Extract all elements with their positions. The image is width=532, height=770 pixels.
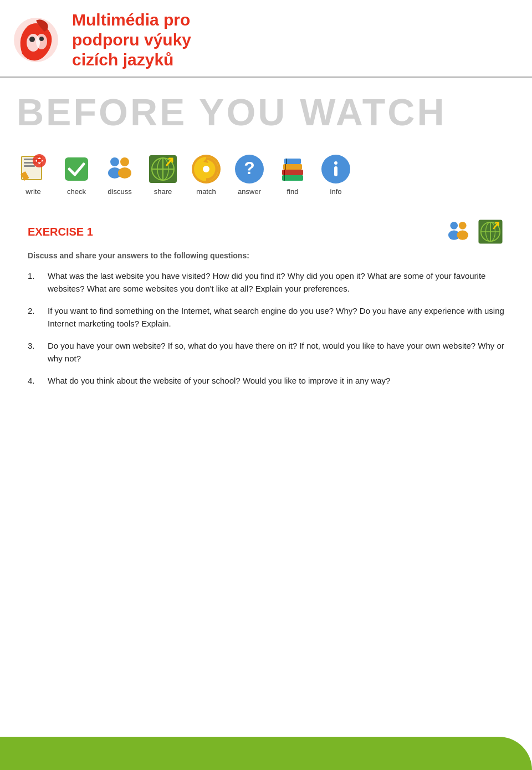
question-text-4: What do you think about the website of y… bbox=[48, 375, 504, 387]
find-icon bbox=[277, 153, 309, 185]
icon-row: write check discuss bbox=[0, 147, 532, 212]
find-label: find bbox=[287, 187, 299, 196]
svg-point-2 bbox=[36, 34, 47, 49]
exercise-subtitle: Discuss and share your answers to the fo… bbox=[28, 251, 504, 260]
question-number-4: 4. bbox=[28, 375, 48, 387]
exercise-title: EXERCISE 1 bbox=[28, 226, 93, 238]
icon-item-write: write bbox=[17, 153, 50, 196]
svg-point-12 bbox=[110, 157, 119, 166]
share-label: share bbox=[154, 187, 172, 196]
svg-rect-8 bbox=[24, 165, 35, 167]
exercise-header: EXERCISE 1 bbox=[28, 218, 504, 246]
exercise-header-icons bbox=[444, 218, 504, 246]
discuss-label: discuss bbox=[108, 187, 131, 196]
svg-point-35 bbox=[334, 161, 337, 165]
write-icon bbox=[17, 153, 49, 185]
check-icon bbox=[60, 153, 93, 185]
svg-rect-27 bbox=[283, 164, 302, 170]
info-label: info bbox=[330, 187, 342, 196]
match-icon bbox=[190, 153, 222, 185]
answer-label: answer bbox=[238, 187, 261, 196]
write-label: write bbox=[25, 187, 40, 196]
icon-item-match: match bbox=[190, 153, 223, 196]
share-icon bbox=[147, 153, 179, 185]
svg-point-23 bbox=[203, 166, 209, 172]
logo-icon bbox=[11, 15, 61, 65]
page-title: BEFORE YOU WATCH bbox=[0, 83, 532, 147]
exercise-section: EXERCISE 1 Discuss and share your answer… bbox=[0, 212, 532, 409]
info-icon bbox=[320, 153, 352, 185]
exercise-discuss-icon bbox=[444, 218, 472, 246]
check-label: check bbox=[67, 187, 86, 196]
question-list: 1. What was the last website you have vi… bbox=[28, 270, 504, 387]
svg-rect-29 bbox=[282, 175, 303, 181]
question-text-1: What was the last website you have visit… bbox=[48, 270, 504, 295]
question-text-2: If you want to find something on the Int… bbox=[48, 305, 504, 330]
icon-item-check: check bbox=[60, 153, 93, 196]
svg-point-40 bbox=[457, 230, 468, 239]
question-number-3: 3. bbox=[28, 340, 48, 365]
svg-point-37 bbox=[450, 222, 458, 230]
exercise-share-icon bbox=[477, 218, 504, 246]
footer-bar bbox=[0, 737, 532, 770]
question-number-2: 2. bbox=[28, 305, 48, 330]
list-item: 4. What do you think about the website o… bbox=[28, 375, 504, 387]
header: Multimédia pro podporu výuky cizích jazy… bbox=[0, 0, 532, 77]
match-label: match bbox=[196, 187, 216, 196]
icon-item-discuss: discuss bbox=[103, 153, 136, 196]
question-text-3: Do you have your own website? If so, wha… bbox=[48, 340, 504, 365]
icon-item-share: share bbox=[146, 153, 180, 196]
svg-point-14 bbox=[120, 157, 129, 166]
svg-text:?: ? bbox=[244, 158, 255, 178]
discuss-icon bbox=[104, 153, 136, 185]
icon-item-info: info bbox=[319, 153, 352, 196]
header-divider bbox=[0, 77, 532, 78]
answer-icon: ? bbox=[233, 153, 265, 185]
question-number-1: 1. bbox=[28, 270, 48, 295]
list-item: 1. What was the last website you have vi… bbox=[28, 270, 504, 295]
svg-point-15 bbox=[118, 167, 131, 179]
svg-point-4 bbox=[39, 37, 44, 41]
svg-rect-26 bbox=[282, 170, 303, 175]
svg-point-3 bbox=[29, 37, 35, 42]
header-title: Multimédia pro podporu výuky cizích jazy… bbox=[72, 10, 191, 70]
icon-item-answer: ? answer bbox=[233, 153, 266, 196]
svg-point-39 bbox=[459, 222, 467, 230]
icon-item-find: find bbox=[276, 153, 309, 196]
svg-rect-36 bbox=[334, 166, 337, 176]
list-item: 2. If you want to find something on the … bbox=[28, 305, 504, 330]
list-item: 3. Do you have your own website? If so, … bbox=[28, 340, 504, 365]
